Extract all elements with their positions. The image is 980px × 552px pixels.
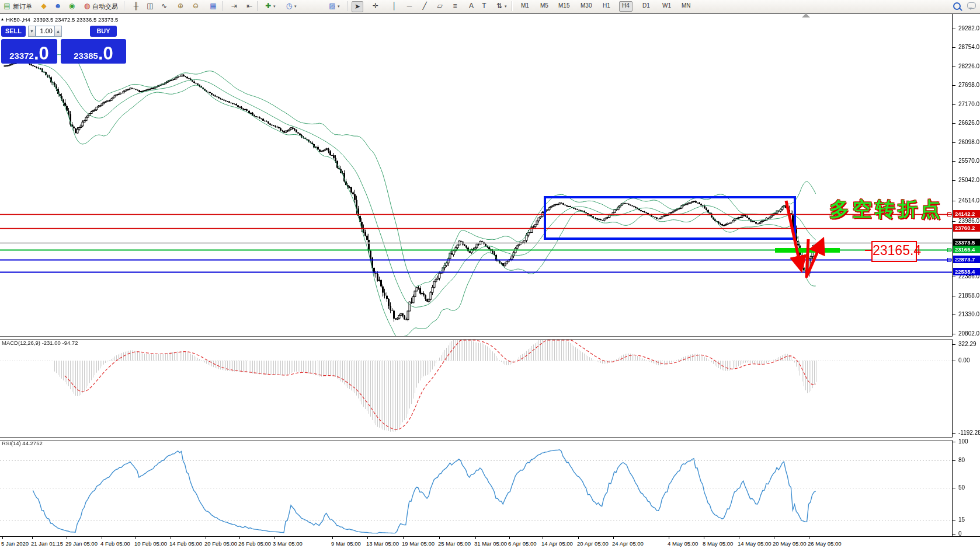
navigator-icon[interactable]: ◉: [67, 1, 77, 11]
crosshair-icon[interactable]: ✛: [370, 1, 381, 11]
buy-price-main: 23385: [74, 51, 98, 61]
support-zone-bar-annotation[interactable]: [775, 248, 840, 253]
time-tick: [439, 537, 440, 539]
line-endpoint-marker[interactable]: [947, 258, 951, 262]
horizontal-line-icon[interactable]: ─: [404, 1, 415, 11]
price-tick: [953, 277, 955, 277]
macd-scale-tick: [953, 433, 955, 434]
time-tick-label: 9 Mar 05:00: [331, 540, 361, 547]
time-tick-label: 13 Mar 05:00: [366, 540, 399, 547]
chart-shift-icon[interactable]: ⇤: [244, 1, 255, 11]
line-endpoint-marker[interactable]: [947, 248, 951, 252]
turning-point-text-annotation[interactable]: 多空转折点: [829, 196, 943, 223]
arrows-icon[interactable]: ⇅: [494, 1, 505, 11]
price-tick-label: 26626.0: [958, 120, 979, 126]
cursor-icon[interactable]: ➤: [352, 1, 363, 12]
volume-decrease-button[interactable]: ▼: [28, 26, 36, 37]
price-callout-connector: [865, 250, 871, 251]
templates-dropdown-icon[interactable]: ▾: [338, 4, 340, 9]
rsi-scale-tick: [953, 488, 955, 488]
chat-icon[interactable]: [967, 2, 976, 9]
time-tick-label: 24 Apr 05:00: [612, 540, 644, 547]
search-icon[interactable]: [953, 2, 961, 10]
time-tick: [206, 537, 206, 539]
consolidation-box-annotation[interactable]: [544, 196, 796, 240]
sell-button[interactable]: SELL: [1, 26, 26, 37]
new-order-label[interactable]: 新订单: [13, 2, 32, 11]
price-tick-label: 27698.0: [958, 82, 979, 88]
zoom-out-icon[interactable]: ⊖: [190, 1, 201, 11]
time-tick-label: 29 Jan 05:00: [65, 540, 98, 547]
arrows-dropdown-icon[interactable]: ▾: [505, 4, 507, 9]
price-tick: [953, 67, 955, 67]
zoom-in-icon[interactable]: ⊕: [175, 1, 186, 11]
indicators-icon[interactable]: ✚: [263, 1, 273, 11]
auto-trading-icon[interactable]: ◍: [82, 1, 92, 11]
time-tick: [475, 537, 476, 539]
buy-button[interactable]: BUY: [90, 26, 117, 37]
timeframe-button-d1[interactable]: D1: [640, 1, 652, 11]
chart-symbol-period: HK50-,H4: [6, 16, 30, 23]
main-toolbar: ▤新订单◆☻◉◍自动交易╫◫∿⊕⊖▦⇥⇤✚▾◷▾▨▾➤✛│─╱▱≡AT⇅▾M1M…: [0, 0, 980, 13]
rsi-panel-divider[interactable]: [0, 437, 980, 441]
market-watch-icon[interactable]: ◆: [39, 1, 49, 11]
auto-trading-label[interactable]: 自动交易: [92, 2, 118, 11]
time-axis[interactable]: 5 Jan 202021 Jan 01:1529 Jan 05:004 Feb …: [0, 536, 980, 552]
buy-price-frac: .0: [98, 43, 113, 64]
timeframe-button-m5[interactable]: M5: [538, 1, 551, 11]
price-tick-label: 28226.0: [958, 63, 979, 69]
bar-chart-icon[interactable]: ╫: [131, 1, 141, 11]
periods-icon[interactable]: ◷: [284, 1, 294, 11]
line-chart-icon[interactable]: ∿: [159, 1, 169, 11]
time-tick: [669, 537, 669, 539]
templates-icon[interactable]: ▨: [327, 1, 338, 11]
volume-input[interactable]: 1.00: [36, 26, 55, 37]
time-tick: [332, 537, 333, 539]
price-level-badge: 24142.2: [953, 210, 980, 218]
buy-price-button[interactable]: 23385.0: [61, 39, 126, 64]
timeframe-button-m1[interactable]: M1: [519, 1, 531, 11]
collapse-triangle-icon[interactable]: [802, 13, 810, 18]
auto-scroll-icon[interactable]: ⇥: [229, 1, 239, 11]
text-label-icon[interactable]: T: [479, 1, 489, 11]
time-tick: [135, 537, 136, 539]
time-tick: [704, 537, 704, 539]
time-tick: [2, 537, 3, 539]
price-tick: [953, 201, 955, 201]
terminal-window: ▤新订单◆☻◉◍自动交易╫◫∿⊕⊖▦⇥⇤✚▾◷▾▨▾➤✛│─╱▱≡AT⇅▾M1M…: [0, 0, 980, 552]
price-tick: [953, 315, 955, 315]
price-tick-label: 29282.0: [958, 25, 979, 32]
time-tick-label: 8 May 05:00: [703, 540, 733, 547]
price-chart-canvas[interactable]: [0, 0, 980, 552]
macd-label: MACD(12,26,9) -231.00 -94.72: [2, 340, 78, 346]
rsi-scale-label: 15: [958, 516, 965, 523]
price-axis[interactable]: 29282.028754.028226.027698.027170.026626…: [953, 14, 980, 536]
timeframe-button-w1[interactable]: W1: [660, 1, 673, 11]
volume-increase-button[interactable]: ▲: [54, 26, 62, 37]
price-callout-label[interactable]: 23165.4: [871, 241, 917, 262]
equidistant-channel-icon[interactable]: ▱: [435, 1, 445, 11]
tile-windows-icon[interactable]: ▦: [208, 1, 218, 11]
periods-dropdown-icon[interactable]: ▾: [294, 4, 297, 9]
macd-scale-label: 322.29: [958, 341, 976, 347]
rsi-scale-tick: [953, 520, 955, 520]
toolbar-separator: [124, 1, 125, 11]
timeframe-button-h1[interactable]: H1: [600, 1, 613, 11]
fibonacci-icon[interactable]: ≡: [450, 1, 460, 11]
timeframe-button-m15[interactable]: M15: [556, 1, 572, 11]
text-icon[interactable]: A: [466, 1, 477, 11]
timeframe-button-mn[interactable]: MN: [679, 1, 693, 11]
candlestick-chart-icon[interactable]: ◫: [145, 1, 155, 11]
new-order-icon[interactable]: ▤: [2, 1, 12, 11]
line-endpoint-marker[interactable]: [947, 212, 951, 216]
vertical-line-icon[interactable]: │: [389, 1, 399, 11]
price-tick: [953, 334, 955, 334]
trendline-icon[interactable]: ╱: [419, 1, 430, 11]
time-tick-label: 25 Mar 05:00: [438, 540, 471, 547]
macd-panel-divider[interactable]: [0, 336, 980, 340]
data-window-icon[interactable]: ☻: [53, 1, 63, 11]
sell-price-button[interactable]: 23372.0: [1, 39, 57, 64]
timeframe-button-m30[interactable]: M30: [578, 1, 594, 11]
timeframe-button-h4[interactable]: H4: [619, 1, 633, 12]
indicators-dropdown-icon[interactable]: ▾: [273, 4, 276, 9]
